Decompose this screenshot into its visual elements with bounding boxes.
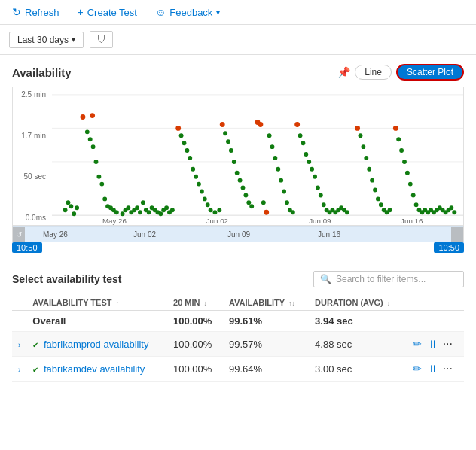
- th-availability: AVAILABILITY ↑↓: [223, 295, 309, 311]
- select-title: Select availability test: [12, 273, 122, 285]
- svg-point-103: [364, 156, 368, 160]
- create-test-button[interactable]: + Create Test: [75, 5, 140, 20]
- sort-icon-1[interactable]: ↓: [204, 299, 208, 307]
- svg-point-14: [85, 129, 90, 134]
- more-icon[interactable]: ···: [443, 362, 453, 376]
- table-row: › ✔ fabrikamprod availability 100.00% 99…: [12, 332, 464, 357]
- th-20min: 20 MIN ↓: [167, 295, 223, 311]
- svg-point-70: [258, 122, 263, 127]
- scrubber-mini-chart: May 26 Jun 02 Jun 09 Jun 16 ↺: [12, 226, 464, 242]
- svg-point-102: [361, 144, 365, 149]
- svg-point-74: [270, 144, 275, 149]
- svg-point-62: [232, 160, 236, 164]
- row2-action-buttons: ✏ ⏸ ···: [411, 361, 458, 376]
- select-section: Select availability test 🔍 Search to fil…: [12, 271, 464, 382]
- line-view-button[interactable]: Line: [355, 65, 392, 80]
- overall-availability: 99.61%: [223, 311, 309, 332]
- svg-point-19: [99, 182, 104, 187]
- svg-point-55: [209, 208, 213, 212]
- overall-row: Overall 100.00% 99.61% 3.94 sec: [12, 311, 464, 332]
- sort-icon-2[interactable]: ↑↓: [288, 299, 295, 307]
- refresh-icon: ↻: [12, 6, 21, 18]
- svg-point-99: [345, 210, 349, 214]
- left-handle-icon: ↺: [16, 230, 22, 239]
- date-range-button[interactable]: Last 30 days ▾: [9, 32, 84, 48]
- availability-table: AVAILABILITY TEST ↑ 20 MIN ↓ AVAILABILIT…: [12, 295, 464, 382]
- svg-point-64: [238, 178, 243, 183]
- svg-point-28: [126, 205, 130, 210]
- svg-point-48: [188, 156, 192, 160]
- svg-point-132: [452, 210, 456, 214]
- scrubber-wrapper: May 26 Jun 02 Jun 09 Jun 16 ↺ 10:50 10:5…: [12, 226, 464, 256]
- row1-expand[interactable]: ›: [12, 332, 26, 357]
- svg-point-101: [359, 133, 363, 138]
- more-icon[interactable]: ···: [443, 337, 453, 351]
- row2-availability: 99.64%: [223, 357, 309, 382]
- svg-point-9: [66, 200, 71, 205]
- chevron-icon[interactable]: ›: [18, 366, 20, 374]
- scatter-plot-button[interactable]: Scatter Plot: [396, 64, 464, 81]
- filter-icon-button[interactable]: ⛉: [90, 31, 113, 48]
- svg-point-66: [243, 193, 248, 197]
- refresh-button[interactable]: ↻ Refresh: [9, 5, 63, 20]
- svg-point-26: [121, 211, 125, 216]
- svg-point-113: [396, 137, 401, 141]
- row2-name: ✔ fabrikamdev availability: [26, 357, 167, 382]
- pause-icon[interactable]: ⏸: [426, 336, 440, 351]
- svg-point-33: [141, 200, 145, 205]
- svg-point-12: [75, 205, 79, 210]
- scrubber-right-handle[interactable]: [451, 227, 463, 242]
- sort-icon-3[interactable]: ↓: [387, 299, 391, 307]
- toolbar: ↻ Refresh + Create Test ☺ Feedback ▾: [0, 0, 476, 25]
- scrubber-left-handle[interactable]: ↺: [13, 227, 25, 242]
- svg-point-53: [203, 196, 207, 201]
- chart-controls: 📌 Line Scatter Plot: [337, 64, 464, 81]
- sort-icon-0[interactable]: ↑: [116, 299, 120, 307]
- row2-expand[interactable]: ›: [12, 357, 26, 382]
- svg-point-58: [220, 122, 225, 127]
- overall-duration: 3.94 sec: [309, 311, 405, 332]
- svg-point-17: [94, 160, 99, 164]
- scatter-chart: 2.5 min 1.7 min 50 sec 0.0ms May 26 Jun …: [12, 87, 464, 226]
- svg-point-11: [72, 211, 76, 216]
- row2-actions: ✏ ⏸ ···: [405, 357, 464, 382]
- pin-icon[interactable]: 📌: [337, 66, 350, 78]
- svg-point-41: [164, 205, 169, 210]
- feedback-button[interactable]: ☺ Feedback ▾: [152, 5, 223, 20]
- y-label-bottom: 0.0ms: [16, 214, 49, 222]
- svg-text:Jun 16: Jun 16: [401, 217, 423, 225]
- svg-point-65: [241, 186, 246, 190]
- chart-svg: May 26 Jun 02 Jun 09 Jun 16: [52, 87, 463, 225]
- row2-duration: 3.00 sec: [309, 357, 405, 382]
- row1-min20: 100.00%: [167, 332, 223, 357]
- status-icon-green: ✔: [32, 341, 38, 349]
- filter-icon: ⛉: [96, 34, 106, 45]
- edit-icon[interactable]: ✏: [411, 336, 423, 351]
- svg-text:Jun 02: Jun 02: [206, 217, 228, 225]
- svg-point-115: [402, 160, 407, 164]
- overall-expand: [12, 311, 26, 332]
- chevron-icon[interactable]: ›: [18, 341, 20, 349]
- svg-point-105: [370, 178, 374, 183]
- svg-text:Jun 09: Jun 09: [309, 217, 331, 225]
- plus-icon: +: [78, 6, 84, 18]
- svg-point-59: [223, 131, 227, 135]
- edit-icon[interactable]: ✏: [411, 361, 423, 376]
- select-header: Select availability test 🔍 Search to fil…: [12, 271, 464, 287]
- svg-point-56: [213, 210, 218, 214]
- pause-icon[interactable]: ⏸: [426, 361, 440, 376]
- th-expand: [12, 295, 26, 311]
- table-row: › ✔ fabrikamdev availability 100.00% 99.…: [12, 357, 464, 382]
- svg-point-73: [267, 133, 272, 138]
- svg-point-108: [379, 202, 383, 207]
- svg-point-117: [408, 182, 413, 187]
- svg-point-20: [102, 196, 107, 201]
- svg-point-86: [307, 160, 311, 164]
- smiley-icon: ☺: [155, 6, 166, 18]
- svg-point-100: [355, 126, 360, 131]
- availability-title: Availability: [12, 66, 72, 79]
- svg-point-104: [367, 167, 371, 172]
- svg-point-46: [182, 141, 187, 145]
- svg-point-90: [319, 193, 323, 197]
- svg-point-54: [206, 202, 210, 207]
